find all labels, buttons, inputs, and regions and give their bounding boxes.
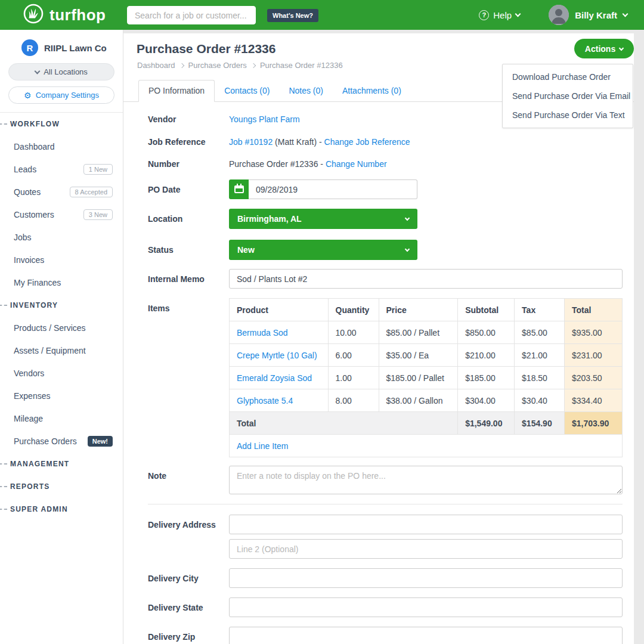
- delivery-address-line2-row: [148, 539, 623, 559]
- footer-subtotal: $1,549.00: [458, 412, 515, 435]
- calendar-icon-button[interactable]: [229, 179, 249, 199]
- delivery-zip-label: Delivery Zip: [148, 632, 229, 642]
- user-menu[interactable]: Billy Kraft: [549, 5, 627, 25]
- items-row: Items Product Quantity Price Subtotal Ta…: [148, 298, 623, 457]
- section-header-super-admin[interactable]: SUPER ADMIN: [0, 498, 123, 521]
- all-locations-label: All Locations: [44, 67, 88, 76]
- change-job-reference-link[interactable]: Change Job Reference: [324, 137, 410, 147]
- sidebar-item-label: Vendors: [14, 369, 44, 378]
- company-settings-button[interactable]: ⚙ Company Settings: [8, 86, 114, 104]
- total-cell: $231.00: [565, 344, 623, 367]
- product-link[interactable]: Glyphosate 5.4: [237, 396, 293, 405]
- delivery-address-line2-input[interactable]: [229, 539, 623, 559]
- sidebar-item-quotes[interactable]: Quotes 8 Accepted: [0, 181, 123, 203]
- delivery-state-label: Delivery State: [148, 603, 229, 612]
- delivery-address-input[interactable]: [229, 515, 623, 534]
- status-label: Status: [148, 245, 229, 255]
- note-textarea[interactable]: [229, 466, 623, 494]
- status-row: Status New: [148, 240, 623, 260]
- quantity-cell: 1.00: [328, 367, 379, 389]
- actions-button[interactable]: Actions: [574, 39, 634, 58]
- section-header-workflow[interactable]: WORKFLOW: [0, 113, 123, 135]
- menu-item-download-po[interactable]: Download Purchase Order: [503, 67, 633, 86]
- change-number-link[interactable]: Change Number: [326, 159, 387, 169]
- status-select[interactable]: New: [229, 240, 417, 260]
- tax-cell: $30.40: [515, 389, 565, 412]
- menu-item-send-po-email[interactable]: Send Purchase Order Via Email: [503, 86, 633, 106]
- subtotal-cell: $185.00: [458, 367, 515, 389]
- sidebar-item-customers[interactable]: Customers 3 New: [0, 203, 123, 226]
- sidebar-item-mileage[interactable]: Mileage: [0, 407, 123, 430]
- table-row: Glyphosate 5.4 8.00 $38.00 / Gallon $304…: [230, 389, 623, 412]
- sidebar-item-label: Dashboard: [14, 142, 55, 151]
- sidebar-item-invoices[interactable]: Invoices: [0, 249, 123, 271]
- section-label: MANAGEMENT: [10, 460, 69, 468]
- internal-memo-label: Internal Memo: [148, 274, 229, 284]
- section-dashes-icon: [0, 463, 7, 465]
- sidebar-item-expenses[interactable]: Expenses: [0, 385, 123, 407]
- sidebar-item-label: My Finances: [14, 278, 61, 287]
- purchase-order-card: Purchase Order #12336 Dashboard Purchase…: [123, 33, 634, 644]
- price-cell: $185.00 / Pallet: [379, 367, 458, 389]
- sidebar-item-products-services[interactable]: Products / Services: [0, 317, 123, 339]
- product-link[interactable]: Emerald Zoysia Sod: [237, 373, 312, 383]
- sidebar-item-label: Leads: [14, 165, 36, 174]
- total-cell: $334.40: [565, 389, 623, 412]
- help-label: Help: [493, 10, 512, 20]
- breadcrumb-dashboard[interactable]: Dashboard: [137, 61, 175, 70]
- sidebar-item-purchase-orders[interactable]: Purchase Orders New!: [0, 430, 123, 453]
- items-table: Product Quantity Price Subtotal Tax Tota…: [229, 298, 623, 457]
- section-dashes-icon: [0, 486, 7, 487]
- vendor-label: Vendor: [148, 114, 229, 124]
- product-link[interactable]: Bermuda Sod: [237, 328, 288, 338]
- menu-item-send-po-text[interactable]: Send Purchase Order Via Text: [503, 106, 633, 125]
- tab-po-information[interactable]: PO Information: [138, 80, 215, 102]
- status-selected-value: New: [237, 245, 255, 255]
- sidebar-item-vendors[interactable]: Vendors: [0, 362, 123, 385]
- brand-logo[interactable]: turfhop: [23, 3, 106, 27]
- chevron-down-icon: [405, 215, 410, 220]
- sidebar-item-my-finances[interactable]: My Finances: [0, 271, 123, 294]
- section-header-management[interactable]: MANAGEMENT: [0, 453, 123, 475]
- section-header-reports[interactable]: REPORTS: [0, 475, 123, 498]
- tab-notes[interactable]: Notes (0): [279, 80, 333, 101]
- vendor-link[interactable]: Youngs Plant Farm: [229, 114, 300, 124]
- breadcrumb-purchase-orders[interactable]: Purchase Orders: [188, 61, 247, 70]
- search-input[interactable]: [127, 6, 256, 24]
- price-cell: $85.00 / Pallet: [379, 321, 458, 344]
- tax-cell: $85.00: [515, 321, 565, 344]
- add-line-item-link[interactable]: Add Line Item: [237, 441, 288, 451]
- whats-new-button[interactable]: What's New?: [267, 9, 318, 22]
- column-header-price: Price: [379, 299, 458, 321]
- section-header-inventory[interactable]: INVENTORY: [0, 294, 123, 317]
- po-date-label: PO Date: [148, 185, 229, 194]
- company-row[interactable]: R RIIPL Lawn Co: [0, 30, 123, 56]
- total-cell: $203.50: [565, 367, 623, 389]
- sidebar-item-label: Purchase Orders: [14, 436, 77, 446]
- delivery-city-input[interactable]: [229, 568, 623, 588]
- product-link[interactable]: Crepe Myrtle (10 Gal): [237, 351, 317, 360]
- delivery-address-label: Delivery Address: [148, 520, 229, 530]
- company-avatar: R: [21, 39, 38, 56]
- tab-contacts[interactable]: Contacts (0): [215, 80, 279, 101]
- top-right-cluster: ? Help Billy Kraft: [479, 5, 627, 25]
- actions-button-label: Actions: [585, 44, 615, 54]
- company-settings-label: Company Settings: [36, 91, 99, 100]
- internal-memo-input[interactable]: [229, 269, 623, 289]
- tab-attachments[interactable]: Attachments (0): [333, 80, 411, 101]
- delivery-state-input[interactable]: [229, 597, 623, 617]
- location-select[interactable]: Birmingham, AL: [229, 209, 417, 229]
- delivery-zip-input[interactable]: [229, 627, 623, 644]
- help-menu[interactable]: ? Help: [479, 10, 520, 20]
- job-link[interactable]: Job #10192: [229, 137, 273, 147]
- sidebar-item-assets-equipment[interactable]: Assets / Equipment: [0, 339, 123, 362]
- all-locations-selector[interactable]: All Locations: [8, 63, 114, 80]
- sidebar-item-jobs[interactable]: Jobs: [0, 226, 123, 249]
- sidebar-item-label: Customers: [14, 210, 54, 219]
- items-label: Items: [148, 298, 229, 313]
- column-header-total: Total: [565, 299, 623, 321]
- sidebar-item-dashboard[interactable]: Dashboard: [0, 135, 123, 158]
- sidebar-item-label: Invoices: [14, 255, 44, 265]
- sidebar-item-leads[interactable]: Leads 1 New: [0, 158, 123, 181]
- po-date-input[interactable]: [249, 179, 417, 199]
